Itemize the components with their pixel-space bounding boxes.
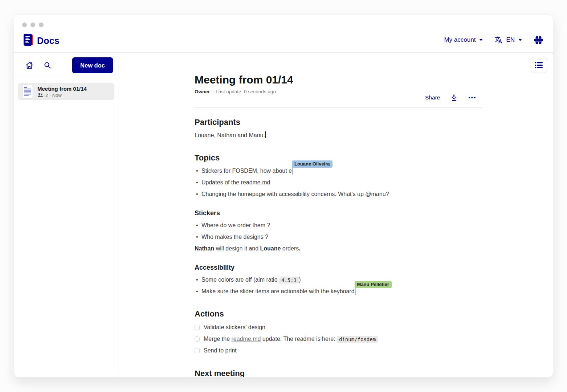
list-item: Some colors are off (aim ratio 4.5:1) bbox=[195, 275, 482, 284]
task-label: Send to print bbox=[204, 346, 237, 355]
translate-icon bbox=[494, 36, 502, 44]
collab-cursor-label: Manu Pelletier bbox=[355, 281, 392, 288]
section-heading-stickers: Stickers bbox=[195, 209, 482, 217]
task-row: Merge the readme.md update. The readme i… bbox=[195, 334, 482, 344]
list-item: Changing the homepage with accessibility… bbox=[195, 190, 482, 199]
header-controls: My account EN bbox=[444, 33, 543, 47]
accessibility-list: Some colors are off (aim ratio 4.5:1) Ma… bbox=[195, 275, 482, 296]
app-logo[interactable]: Docs bbox=[23, 33, 60, 48]
app-title: Docs bbox=[37, 36, 60, 46]
waffle-icon bbox=[534, 35, 543, 45]
list-item: Make sure the slider items are actionabl… bbox=[195, 287, 482, 296]
bold-text: . bbox=[299, 245, 300, 252]
stickers-list: Where do we order them ? Who makes the d… bbox=[195, 221, 482, 241]
inline-code: dinum/fosdem bbox=[337, 336, 378, 343]
table-of-contents-button[interactable] bbox=[531, 57, 547, 73]
main-panel: Meeting from 01/14 Owner · Last update: … bbox=[119, 53, 553, 377]
list-item: Where do we order them ? bbox=[195, 221, 482, 230]
stickers-item-1: Where do we order them ? bbox=[201, 222, 270, 228]
checkbox[interactable] bbox=[195, 325, 200, 330]
collab-cursor-louane: Louane Oliveira bbox=[292, 167, 293, 175]
section-heading-topics: Topics bbox=[195, 153, 482, 163]
collab-cursor-label: Louane Oliveira bbox=[292, 160, 333, 168]
app-header: Docs My account EN bbox=[14, 15, 553, 53]
sidebar-toolbar: New doc bbox=[14, 53, 118, 78]
participants-text: Louane, Nathan and Manu. bbox=[195, 132, 265, 138]
chevron-down-icon bbox=[479, 39, 483, 41]
doc-title[interactable]: Meeting from 01/14 bbox=[195, 73, 293, 87]
readme-link[interactable]: readme.md bbox=[231, 336, 261, 342]
last-update-text: · Last update: 0 seconds ago bbox=[213, 89, 276, 94]
apps-launcher-button[interactable] bbox=[534, 35, 543, 45]
doc-item-title: Meeting from 01/14 bbox=[37, 86, 87, 92]
share-button[interactable]: Share bbox=[425, 94, 440, 101]
topics-item-2: Updates of the readme.md bbox=[201, 179, 270, 185]
plain-text: Merge the bbox=[204, 336, 231, 342]
section-heading-accessibility: Accessibility bbox=[195, 263, 482, 272]
language-label: EN bbox=[506, 36, 515, 44]
app-window: Docs My account EN bbox=[14, 15, 553, 377]
search-icon bbox=[43, 61, 52, 70]
task-row: Send to print bbox=[195, 346, 482, 355]
download-button[interactable] bbox=[450, 94, 458, 102]
doc-item-meta-text: 2 · Now bbox=[45, 93, 62, 98]
new-doc-button[interactable]: New doc bbox=[72, 57, 113, 73]
list-item: Stickers for FOSDEM, how about eLouane O… bbox=[195, 167, 482, 175]
checkbox[interactable] bbox=[195, 336, 200, 342]
doc-titlebar: Meeting from 01/14 Owner · Last update: … bbox=[195, 73, 293, 94]
doc-page-icon bbox=[22, 85, 33, 99]
checkbox[interactable] bbox=[195, 348, 200, 353]
list-item: Updates of the readme.md bbox=[195, 178, 482, 187]
search-button[interactable] bbox=[41, 59, 54, 72]
doc-meta: Owner · Last update: 0 seconds ago bbox=[195, 89, 293, 94]
sidebar: New doc Meeting from 01/14 bbox=[14, 53, 118, 377]
bold-text: Nathan bbox=[195, 245, 214, 252]
doc-actions: Share ••• bbox=[425, 91, 477, 105]
bold-text: Louane bbox=[260, 245, 281, 252]
language-selector[interactable]: EN bbox=[494, 36, 522, 44]
stickers-note: Nathan will design it and Louane orders. bbox=[195, 244, 482, 253]
plain-text: will design it and bbox=[214, 245, 260, 252]
toc-list-icon bbox=[535, 62, 543, 69]
task-label: Merge the readme.md update. The readme i… bbox=[204, 335, 378, 343]
chevron-down-icon bbox=[518, 39, 522, 41]
plain-text: update. The readme is here: bbox=[261, 336, 337, 342]
sidebar-doc-item[interactable]: Meeting from 01/14 2 · Now bbox=[18, 83, 114, 100]
topics-item-1: Stickers for FOSDEM, how about e bbox=[201, 168, 292, 174]
window-control-dot[interactable] bbox=[22, 23, 27, 27]
task-row: Validate stickers' design bbox=[195, 323, 482, 332]
my-account-label: My account bbox=[444, 36, 476, 44]
accessibility-item-2: Make sure the slider items are actionabl… bbox=[201, 288, 355, 294]
task-label: Validate stickers' design bbox=[204, 323, 265, 332]
participants-paragraph: Louane, Nathan and Manu. bbox=[195, 131, 482, 140]
list-item: Who makes the designs ? bbox=[195, 233, 482, 241]
home-button[interactable] bbox=[23, 59, 36, 72]
plain-text: orders bbox=[281, 245, 299, 252]
people-icon bbox=[37, 93, 43, 97]
home-icon bbox=[25, 61, 34, 70]
section-heading-participants: Participants bbox=[195, 117, 482, 127]
section-heading-next-meeting: Next meeting bbox=[195, 368, 482, 377]
more-options-button[interactable]: ••• bbox=[468, 95, 476, 101]
collab-cursor-manu: Manu Pelletier bbox=[355, 287, 356, 295]
topics-item-3: Changing the homepage with accessibility… bbox=[201, 191, 389, 197]
window-control-dot[interactable] bbox=[30, 23, 35, 27]
topics-list: Stickers for FOSDEM, how about eLouane O… bbox=[195, 167, 482, 199]
window-control-dot[interactable] bbox=[39, 23, 44, 27]
plain-text: ) bbox=[299, 277, 301, 283]
text-cursor bbox=[265, 131, 266, 138]
owner-badge: Owner bbox=[195, 89, 210, 94]
download-icon bbox=[450, 94, 458, 102]
section-heading-actions: Actions bbox=[195, 309, 482, 319]
inline-code: 4.5:1 bbox=[279, 277, 299, 283]
plain-text: Some colors are off (aim ratio bbox=[201, 277, 279, 283]
doc-editor[interactable]: Participants Louane, Nathan and Manu. To… bbox=[195, 107, 482, 377]
my-account-menu[interactable]: My account bbox=[444, 36, 483, 44]
doc-item-text: Meeting from 01/14 2 · Now bbox=[37, 86, 87, 98]
window-controls bbox=[22, 23, 44, 27]
stickers-item-2: Who makes the designs ? bbox=[201, 234, 268, 240]
docs-logo-icon bbox=[23, 33, 34, 48]
doc-item-meta: 2 · Now bbox=[37, 93, 87, 98]
